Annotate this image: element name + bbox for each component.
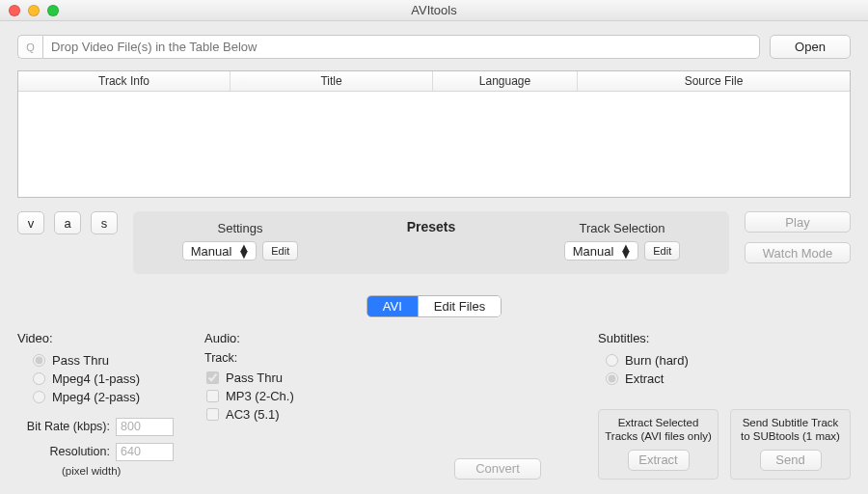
audio-passthru-check[interactable] [206,371,219,384]
extract-tracks-box: Extract Selected Tracks (AVI files only)… [598,409,719,480]
extract-button[interactable]: Extract [628,450,690,471]
resolution-note: (pixel width) [62,465,181,477]
extract-tracks-label: Extract Selected Tracks (AVI files only) [605,416,712,444]
send-subtools-box: Send Subtitle Track to SUBtools (1 max) … [730,409,851,480]
chevron-updown-icon: ▲▼ [619,244,632,258]
video-mpeg4-2-radio[interactable] [33,391,45,403]
tab-avi[interactable]: AVI [367,296,418,316]
tracks-table[interactable]: Track Info Title Language Source File [17,70,851,198]
watchmode-button[interactable]: Watch Mode [745,242,851,263]
settings-value: Manual [191,244,232,259]
v-button[interactable]: v [17,211,44,234]
window-title: AVItools [0,3,868,17]
table-header: Track Info Title Language Source File [18,71,850,92]
trackselection-edit-button[interactable]: Edit [644,241,680,261]
search-icon[interactable]: Q [17,35,42,59]
col-track-info[interactable]: Track Info [18,71,231,91]
subs-burn-radio[interactable] [606,354,618,367]
s-button[interactable]: s [91,211,118,234]
chevron-updown-icon: ▲▼ [237,244,250,258]
trackselection-select[interactable]: Manual ▲▼ [564,241,639,261]
video-passthru-radio[interactable] [33,354,45,367]
subtitles-heading: Subtitles: [598,331,851,345]
convert-button[interactable]: Convert [454,458,541,480]
play-button[interactable]: Play [745,211,851,233]
open-button[interactable]: Open [770,35,851,59]
trackselection-value: Manual [573,244,614,259]
video-mpeg4-1-radio[interactable] [33,372,45,385]
trackselection-label: Track Selection [579,221,665,235]
file-drop-field[interactable] [42,35,760,59]
presets-title: Presets [336,217,527,234]
audio-track-label: Track: [204,351,397,365]
settings-select[interactable]: Manual ▲▼ [182,241,258,261]
settings-label: Settings [218,221,263,235]
settings-edit-button[interactable]: Edit [262,241,298,261]
mode-tabs: AVI Edit Files [366,295,502,317]
resolution-field[interactable] [116,443,174,461]
subs-extract-radio[interactable] [606,372,618,385]
audio-mp3-check[interactable] [206,390,219,402]
video-heading: Video: [17,331,181,345]
presets-panel: Settings Manual ▲▼ Edit Presets Track Se… [133,211,729,274]
bitrate-label: Bit Rate (kbps): [17,420,110,433]
col-title[interactable]: Title [231,71,433,91]
send-subtools-label: Send Subtitle Track to SUBtools (1 max) [737,416,844,444]
tab-edit-files[interactable]: Edit Files [418,296,501,316]
search-wrap: Q [17,35,760,59]
col-language[interactable]: Language [433,71,578,91]
titlebar: AVItools [0,0,868,21]
bitrate-field[interactable] [116,418,174,436]
a-button[interactable]: a [54,211,81,234]
audio-heading: Audio: [204,331,397,345]
audio-ac3-check[interactable] [206,408,219,421]
send-button[interactable]: Send [760,450,822,471]
resolution-label: Resolution: [17,445,110,458]
table-body[interactable] [18,92,850,197]
col-source[interactable]: Source File [578,71,850,91]
